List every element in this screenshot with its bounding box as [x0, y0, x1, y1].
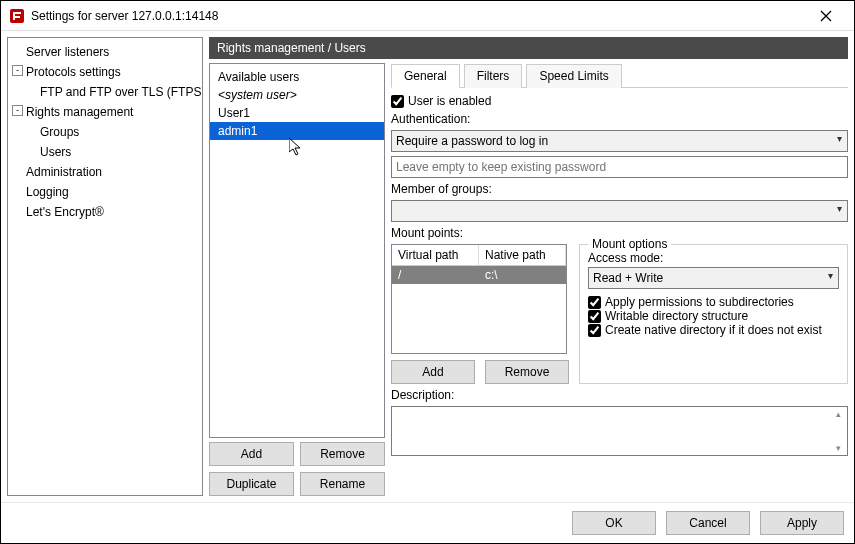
- tree-rights[interactable]: -Rights management: [8, 102, 202, 122]
- users-add-button[interactable]: Add: [209, 442, 294, 466]
- password-field[interactable]: [391, 156, 848, 178]
- access-mode-label: Access mode:: [588, 251, 839, 265]
- create-native-checkbox[interactable]: Create native directory if it does not e…: [588, 323, 839, 337]
- tree-protocols[interactable]: -Protocols settings: [8, 62, 202, 82]
- cancel-button[interactable]: Cancel: [666, 511, 750, 535]
- users-duplicate-button[interactable]: Duplicate: [209, 472, 294, 496]
- mount-points-table[interactable]: Virtual path Native path / c:\: [391, 244, 567, 354]
- table-row[interactable]: / c:\: [392, 266, 566, 284]
- scroll-down-icon[interactable]: ▾: [836, 443, 841, 453]
- users-remove-button[interactable]: Remove: [300, 442, 385, 466]
- scrollbar[interactable]: ▴▾: [831, 409, 845, 453]
- available-users-label: Available users: [210, 64, 384, 86]
- list-item[interactable]: admin1: [210, 122, 384, 140]
- description-textarea[interactable]: ▴▾: [391, 406, 848, 456]
- breadcrumb: Rights management / Users: [209, 37, 848, 59]
- tree-users[interactable]: Users: [8, 142, 202, 162]
- tree-server-listeners[interactable]: Server listeners: [8, 42, 202, 62]
- tab-bar: General Filters Speed Limits: [391, 63, 848, 88]
- description-label: Description:: [391, 388, 848, 402]
- mount-options-legend: Mount options: [588, 237, 671, 251]
- tree-groups[interactable]: Groups: [8, 122, 202, 142]
- scroll-up-icon[interactable]: ▴: [836, 409, 841, 419]
- window-title: Settings for server 127.0.0.1:14148: [31, 9, 806, 23]
- tab-filters[interactable]: Filters: [464, 64, 523, 88]
- tab-speed-limits[interactable]: Speed Limits: [526, 64, 621, 88]
- col-native-path[interactable]: Native path: [479, 245, 566, 265]
- tab-general[interactable]: General: [391, 64, 460, 88]
- member-groups-label: Member of groups:: [391, 182, 848, 196]
- list-item[interactable]: User1: [210, 104, 384, 122]
- collapse-icon[interactable]: -: [12, 65, 23, 76]
- writable-structure-checkbox[interactable]: Writable directory structure: [588, 309, 839, 323]
- mount-options-group: Mount options Access mode: Read + Write …: [579, 244, 848, 384]
- mountpoint-remove-button[interactable]: Remove: [485, 360, 569, 384]
- authentication-label: Authentication:: [391, 112, 848, 126]
- access-mode-select[interactable]: Read + Write: [588, 267, 839, 289]
- user-enabled-checkbox[interactable]: User is enabled: [391, 94, 848, 108]
- tree-logging[interactable]: Logging: [8, 182, 202, 202]
- mountpoint-add-button[interactable]: Add: [391, 360, 475, 384]
- collapse-icon[interactable]: -: [12, 105, 23, 116]
- tree-ftp[interactable]: FTP and FTP over TLS (FTPS): [8, 82, 202, 102]
- ok-button[interactable]: OK: [572, 511, 656, 535]
- apply-button[interactable]: Apply: [760, 511, 844, 535]
- close-button[interactable]: [806, 2, 846, 30]
- col-virtual-path[interactable]: Virtual path: [392, 245, 479, 265]
- apply-subdir-checkbox[interactable]: Apply permissions to subdirectories: [588, 295, 839, 309]
- tree-letsencrypt[interactable]: Let's Encrypt®: [8, 202, 202, 222]
- close-icon: [820, 10, 832, 22]
- list-item[interactable]: <system user>: [210, 86, 384, 104]
- member-groups-select[interactable]: [391, 200, 848, 222]
- auth-mode-select[interactable]: Require a password to log in: [391, 130, 848, 152]
- users-rename-button[interactable]: Rename: [300, 472, 385, 496]
- user-enabled-input[interactable]: [391, 95, 404, 108]
- tree-admin[interactable]: Administration: [8, 162, 202, 182]
- available-users-list[interactable]: Available users <system user> User1 admi…: [209, 63, 385, 438]
- app-icon: [9, 8, 25, 24]
- settings-tree[interactable]: Server listeners -Protocols settings FTP…: [7, 37, 203, 496]
